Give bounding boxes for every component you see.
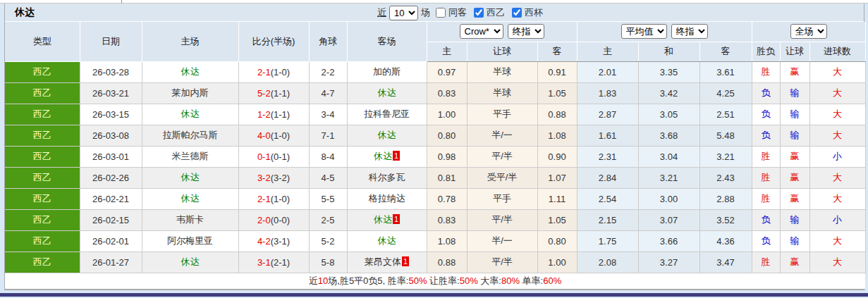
away-team-cell[interactable]: 休达 [347,230,427,252]
halftime-score: (1-1) [271,88,290,99]
home-team-cell[interactable]: 阿尔梅里亚 [142,230,238,252]
team-name[interactable]: 阿尔梅里亚 [167,235,213,246]
team-name[interactable]: 米兰德斯 [172,151,209,161]
match-scope-select[interactable]: 全场 [790,24,827,39]
avg-away-odds: 4.25 [699,82,752,104]
avg-home-odds: 1.83 [577,82,638,104]
bottom-divider-bar [0,293,868,297]
result-goals: 大 [809,230,865,252]
home-team-cell[interactable]: 休达 [142,188,238,209]
handicap-home-odds: 0.81 [427,167,467,188]
team-name[interactable]: 拉斯帕尔马斯 [163,130,218,140]
home-team-cell[interactable]: 莱加内斯 [142,82,238,104]
result-goals: 小 [809,146,865,167]
match-row: 西乙 26-03-28 休达 2-1(1-0) 2-2 加的斯 0.97 半球 … [5,61,865,82]
handicap-away-odds: 1.08 [537,125,577,146]
away-team-cell[interactable]: 休达1 [347,209,427,230]
handicap-line: 平手 [467,188,537,209]
handicap-away-odds: 1.00 [537,252,577,273]
score-cell: 3-2(3-2) [238,167,309,188]
away-team-cell[interactable]: 休达 [347,125,427,146]
halftime-score: (1-0) [271,194,290,204]
handicap-home-odds: 0.83 [427,209,467,230]
away-team-cell[interactable]: 休达1 [347,146,427,167]
away-team-cell[interactable]: 格拉纳达 [347,188,427,209]
date-cell: 26-03-28 [80,61,142,82]
team-name[interactable]: 休达 [378,87,396,98]
home-team-cell[interactable]: 休达 [142,104,238,125]
filter-checkbox-0[interactable] [436,8,446,18]
handicap-home-odds: 0.98 [427,146,467,167]
filter-checkbox-1[interactable] [474,8,484,18]
league-cell: 西乙 [5,61,80,82]
league-filter-checkboxes: 同客西乙西杯 [433,6,546,19]
result-goals: 大 [809,252,865,273]
bookmaker-stage-select[interactable]: 终指 [508,24,544,39]
home-team-cell[interactable]: 韦斯卡 [142,209,238,230]
handicap-home-odds: 0.97 [427,61,467,82]
team-name[interactable]: 休达 [181,66,200,77]
avg-draw-odds: 3.00 [638,188,699,209]
average-stage-select[interactable]: 终指 [671,24,708,39]
away-team-cell[interactable]: 加的斯 [347,61,427,82]
handicap-line: 半球 [467,61,537,82]
team-name[interactable]: 休达 [181,193,200,204]
date-cell: 26-02-21 [80,188,142,209]
recent-count-select[interactable]: 10 [389,6,418,20]
home-team-cell[interactable]: 米兰德斯 [142,146,238,167]
summary-stat-label: 场,胜5平0负5, 胜率: [328,275,408,286]
avg-draw-odds: 3.27 [638,252,699,273]
home-team-cell[interactable]: 休达 [142,252,238,273]
avg-draw-odds: 3.35 [638,61,699,82]
team-name[interactable]: 休达 [181,108,200,119]
team-name[interactable]: 莱加内斯 [172,87,209,98]
filter-checkbox-2[interactable] [512,8,522,18]
filter-label: 西乙 [487,6,505,19]
home-team-cell[interactable]: 拉斯帕尔马斯 [142,125,238,146]
date-cell: 26-03-15 [80,104,142,125]
away-team-cell[interactable]: 拉科鲁尼亚 [347,104,427,125]
team-name[interactable]: 科尔多瓦 [369,172,405,182]
away-team-cell[interactable]: 莱昂文体1 [347,252,427,273]
result-winloss: 胜 [752,167,780,188]
average-odds-group-header: 平均值 终指 [577,22,752,42]
team-name[interactable]: 莱昂文体 [365,256,401,267]
team-name[interactable]: 格拉纳达 [369,193,405,204]
col-header-date: 日期 [80,22,142,61]
away-team-cell[interactable]: 科尔多瓦 [347,167,427,188]
team-name[interactable]: 加的斯 [373,66,401,77]
average-odds-select[interactable]: 平均值 [621,24,667,39]
avg-home-odds: 2.08 [577,252,638,273]
team-name[interactable]: 休达 [378,235,396,246]
team-name[interactable]: 休达 [378,130,396,140]
team-name[interactable]: 休达 [374,151,392,161]
corner-cell: 3-4 [309,104,347,125]
fulltime-score: 2-1 [257,194,271,204]
matches-label: 场 [421,6,430,19]
result-winloss: 负 [752,125,780,146]
away-team-cell[interactable]: 休达 [347,82,427,104]
team-name[interactable]: 休达 [181,172,200,182]
summary-text: 近10场,胜5平0负5, 胜率:50% 让胜率:50% 大率:80% 单率:60… [5,273,865,289]
corner-cell: 7-1 [309,125,347,146]
halftime-score: (1-1) [271,109,290,120]
col-header-goals: 进球数 [809,42,865,61]
team-name[interactable]: 休达 [181,256,200,267]
team-name[interactable]: 休达 [374,214,392,225]
filter-item-2: 西杯 [509,6,543,19]
result-goals: 大 [809,61,865,82]
date-cell: 26-02-01 [80,230,142,252]
result-winloss: 胜 [752,61,780,82]
team-name[interactable]: 拉科鲁尼亚 [364,108,410,119]
fulltime-score: 0-1 [257,151,271,162]
handicap-home-odds: 1.00 [427,104,467,125]
home-team-cell[interactable]: 休达 [142,61,238,82]
fulltime-score: 4-0 [257,130,271,141]
bookmaker-select[interactable]: Crow* [460,24,503,39]
home-team-cell[interactable]: 休达 [142,167,238,188]
avg-away-odds: 5.48 [699,125,752,146]
team-name[interactable]: 韦斯卡 [176,214,204,225]
filter-item-0: 同客 [433,6,467,19]
fulltime-score: 2-0 [257,215,271,225]
recent-link[interactable]: 近 [377,6,386,19]
